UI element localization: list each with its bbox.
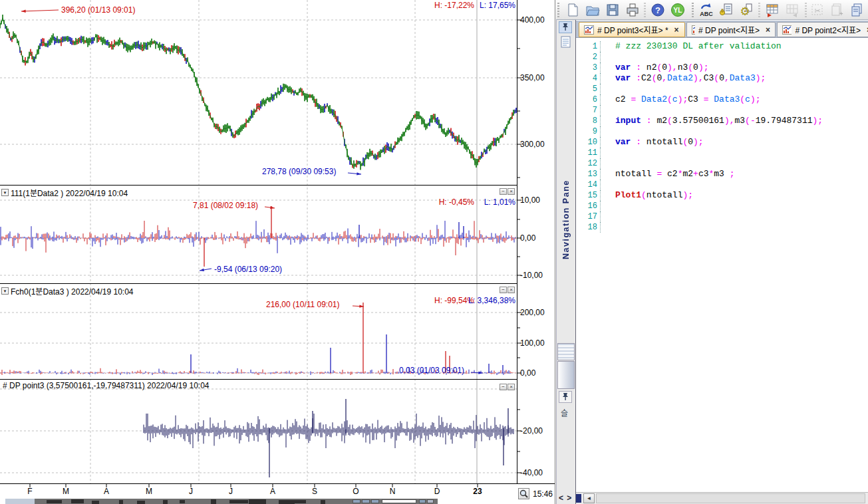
taskbar-item: [419, 499, 426, 503]
spell-check-icon: ABC: [698, 2, 714, 18]
chart-script-icon: [692, 25, 695, 35]
line-number: 1: [576, 41, 601, 52]
code-token: =: [704, 94, 714, 104]
x-axis-label: N: [384, 487, 401, 496]
panel3-title: Fch0(1분Data3 ) 2022/04/19 10:04: [11, 285, 134, 297]
code-token: );: [693, 137, 704, 147]
editor-tab-3[interactable]: # DP point2<지표>×: [777, 22, 868, 37]
taskbar-item: [362, 499, 370, 503]
copy-pages-button[interactable]: [849, 1, 866, 19]
editor-tab-1[interactable]: # DP point3<지표> *×: [579, 22, 685, 37]
tab-label: # DP point2<지표>: [795, 24, 861, 35]
code-token: );: [756, 73, 766, 83]
toolbar-grip[interactable]: [692, 3, 694, 17]
chart-workspace[interactable]: H: -17,22% L: 17,65% 396,20 (01/13 09:01…: [0, 0, 555, 504]
spell-check-button[interactable]: ABC: [697, 1, 714, 19]
code-token: c2: [615, 94, 631, 104]
data-table-button[interactable]: [764, 1, 781, 19]
x-axis-label: A: [264, 487, 281, 496]
editor-horizontal-scrollbar[interactable]: ◄: [576, 492, 868, 504]
code-token: :: [636, 137, 647, 147]
bottom-taskbar-strip[interactable]: [5, 499, 438, 504]
code-token: Data3: [730, 73, 756, 83]
code-token: =: [656, 169, 667, 179]
code-token: input: [615, 116, 641, 126]
panel2-high-annotation: 7,81 (08/02 09:18): [193, 201, 258, 210]
pin-button-bottom[interactable]: [559, 391, 572, 403]
help-button[interactable]: ?: [649, 1, 666, 19]
taskbar-item: [229, 500, 248, 503]
tab-label: # DP point<지표>: [698, 24, 760, 35]
tab-label: # DP point3<지표> *: [597, 24, 668, 35]
open-file-button[interactable]: [584, 1, 601, 19]
taskbar-item: [119, 500, 123, 503]
line-number: 3: [576, 63, 601, 73]
pin-button-top[interactable]: [559, 21, 572, 33]
pane-collapse-chevrons[interactable]: < >: [559, 493, 572, 503]
chart-script-icon: [584, 25, 594, 35]
document-pane-icon[interactable]: [561, 36, 571, 50]
line-number: 4: [576, 73, 601, 84]
magnifier-icon: [519, 489, 529, 499]
taskbar-item: [371, 499, 379, 503]
panel4-minimize-button[interactable]: −: [500, 384, 507, 390]
code-line-4: var :C2(0,Data2),C3(0,Data3);: [615, 73, 766, 84]
svg-text:ABC: ABC: [700, 11, 713, 17]
tab-close-button[interactable]: ×: [766, 25, 770, 35]
code-token: =: [631, 94, 641, 104]
yl-logo-button[interactable]: YL: [669, 1, 686, 19]
taskbar-item: [279, 500, 295, 504]
code-line-13: ntotall = c2*m2+c3*m3 ;: [615, 169, 735, 180]
panel2-minimize-button[interactable]: −: [500, 188, 507, 195]
taskbar-item: [163, 500, 167, 504]
function-keys-button[interactable]: [717, 1, 734, 19]
splitter-thumb[interactable]: [557, 361, 575, 389]
panel3-dropdown-icon[interactable]: ▼: [1, 287, 9, 295]
code-editor-area[interactable]: 1# zzz 230130 DL after validation23var :…: [576, 38, 868, 492]
tab-close-button[interactable]: ×: [674, 25, 679, 35]
docked-pane-tab-label[interactable]: 슬: [561, 407, 568, 418]
panel3-close-button[interactable]: ×: [507, 287, 515, 293]
trading-app-window: H: -17,22% L: 17,65% 396,20 (01/13 09:01…: [0, 0, 868, 504]
code-token: (-: [745, 116, 756, 126]
panel3-low-annotation: 0,03 (01/03 09:01): [399, 366, 464, 375]
y-tick-label: 400,00: [520, 15, 553, 25]
panel1-low-label: L: 17,65%: [466, 1, 515, 10]
x-axis-label: J: [222, 487, 239, 496]
code-line-10: var : ntotall(0);: [615, 137, 704, 148]
panel2-high-label: H: -0,45%: [369, 197, 474, 207]
x-axis-label: J: [182, 487, 200, 496]
editor-tab-2[interactable]: # DP point<지표>×: [686, 22, 776, 37]
scrollbar-thumb[interactable]: [596, 493, 865, 503]
panel2-close-button[interactable]: ×: [507, 188, 515, 195]
zoom-magnifier-button[interactable]: [518, 488, 529, 499]
panel2-low-annotation: -9,54 (06/13 09:20): [214, 265, 282, 274]
navigation-pane-label[interactable]: Navigation Pane: [561, 133, 571, 259]
taskbar-item: [353, 499, 361, 503]
code-token: (: [714, 73, 719, 83]
save-button[interactable]: [604, 1, 621, 19]
scroll-left-button[interactable]: ◄: [583, 493, 595, 503]
code-token: Data2: [667, 73, 693, 83]
code-token: C2: [641, 73, 652, 83]
panel4-close-button[interactable]: ×: [507, 384, 515, 390]
pushpin-icon: [561, 392, 570, 401]
code-token: (: [667, 94, 672, 104]
print-button[interactable]: [624, 1, 641, 19]
new-document-button[interactable]: [564, 1, 581, 19]
code-token: C3: [704, 73, 714, 83]
x-axis-label: M: [140, 487, 158, 496]
panel3-high-label: H: -99,54%: [369, 296, 474, 305]
line-number: 13: [576, 169, 601, 180]
data-table-export-icon: [784, 2, 800, 18]
chart-canvas[interactable]: [0, 0, 555, 504]
line-number: 14: [576, 180, 601, 190]
compile-settings-button[interactable]: ⚙: [737, 1, 754, 19]
editor-toolbar: ?YLABC⚙✂+: [556, 0, 868, 20]
panel2-dropdown-icon[interactable]: ▼: [1, 189, 9, 196]
splitter-grip[interactable]: [557, 343, 575, 360]
code-token: 3.57500161: [672, 116, 724, 126]
code-token: m3: [714, 169, 729, 179]
toolbar-grip[interactable]: [557, 3, 559, 17]
panel3-minimize-button[interactable]: −: [500, 287, 507, 293]
